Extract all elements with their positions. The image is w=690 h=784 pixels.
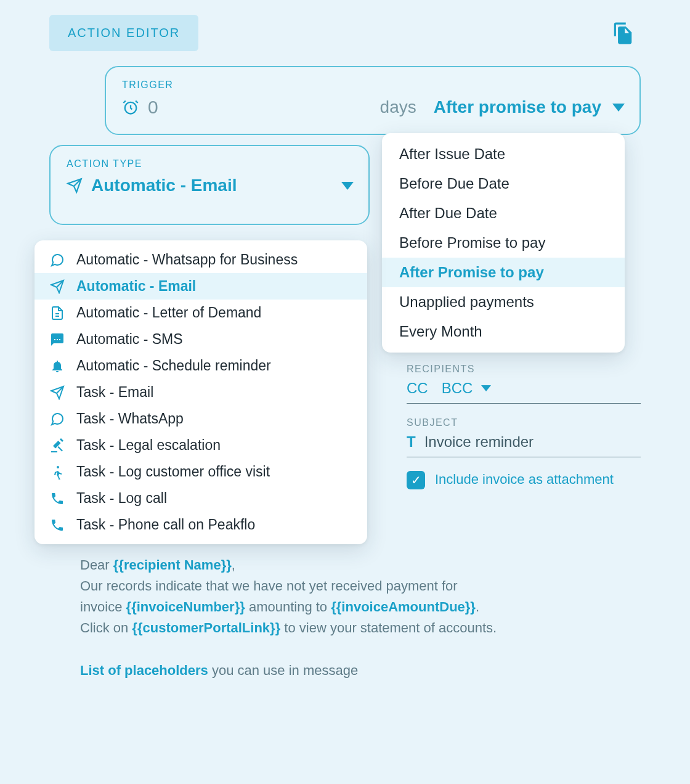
phone-icon [49,517,65,533]
action-type-option[interactable]: Task - WhatsApp [34,406,367,432]
chevron-down-icon [481,385,491,391]
action-type-label: ACTION TYPE [67,158,354,169]
bell-icon [49,358,65,374]
send-icon [49,385,65,401]
action-type-option-label: Task - Legal escalation [76,437,221,454]
trigger-option[interactable]: After Issue Date [382,139,625,169]
send-icon [49,279,65,295]
placeholders-hint: List of placeholders you can use in mess… [80,663,358,679]
bcc-label: BCC [442,380,473,397]
whatsapp-icon [49,411,65,427]
doc-icon [49,305,65,321]
trigger-option[interactable]: After Due Date [382,198,625,228]
trigger-option[interactable]: After Promise to pay [382,258,625,287]
trigger-card: TRIGGER 0 days After promise to pay [105,66,641,135]
action-type-option[interactable]: Task - Log call [34,485,367,512]
action-type-options-popover: Automatic - Whatsapp for BusinessAutomat… [34,240,367,544]
walk-icon [49,464,65,480]
action-type-option[interactable]: Task - Legal escalation [34,432,367,459]
page-title: ACTION EDITOR [49,15,198,51]
body-text: Dear [80,557,113,573]
attachment-toggle[interactable]: ✓ Include invoice as attachment [407,471,641,489]
action-type-option-label: Automatic - Whatsapp for Business [76,251,298,268]
action-type-option-label: Task - Email [76,384,153,401]
trigger-options-popover: After Issue DateBefore Due DateAfter Due… [382,133,625,353]
action-type-option[interactable]: Task - Phone call on Peakflo [34,512,367,538]
body-text: , [232,557,235,573]
placeholder-token: {{customerPortalLink}} [132,620,280,635]
trigger-label: TRIGGER [122,80,625,91]
body-text: Our records indicate that we have not ye… [80,576,628,597]
subject-field: SUBJECT T Invoice reminder [407,417,641,457]
email-body-editor[interactable]: Dear {{recipient Name}}, Our records ind… [80,555,628,639]
action-type-option-label: Automatic - Letter of Demand [76,304,261,321]
subject-input[interactable]: Invoice reminder [424,433,534,451]
checkbox-checked-icon: ✓ [407,471,425,489]
placeholder-token: {{invoiceNumber}} [126,599,245,615]
body-text: Click on [80,620,132,635]
svg-point-3 [57,466,59,468]
bcc-button[interactable]: BCC [442,380,492,397]
trigger-option[interactable]: Before Promise to pay [382,228,625,258]
sms-icon [49,332,65,348]
chevron-down-icon [612,104,625,112]
action-type-option[interactable]: Automatic - Letter of Demand [34,300,367,326]
action-type-option[interactable]: Task - Log customer office visit [34,459,367,485]
chevron-down-icon [341,182,354,190]
action-type-option-label: Task - Phone call on Peakflo [76,517,255,533]
trigger-type-dropdown[interactable]: After promise to pay [434,97,625,117]
action-type-option-label: Automatic - Schedule reminder [76,357,271,374]
body-text: amounting to [245,599,331,615]
trigger-days-suffix: days [380,97,416,117]
trigger-option[interactable]: Unapplied payments [382,287,625,317]
recipients-field: RECIPIENTS CC BCC [407,364,641,404]
body-text: invoice [80,599,126,615]
action-type-option[interactable]: Task - Email [34,379,367,406]
body-text: to view your statement of accounts. [280,620,497,635]
body-text: . [476,599,479,615]
copy-icon[interactable] [611,22,635,45]
trigger-option[interactable]: Before Due Date [382,169,625,198]
attachment-label: Include invoice as attachment [435,471,614,489]
action-type-option[interactable]: Automatic - Whatsapp for Business [34,247,367,273]
subject-label: SUBJECT [407,417,641,428]
action-type-option[interactable]: Automatic - Email [34,273,367,300]
action-type-option-label: Automatic - Email [76,278,196,295]
action-type-option-label: Task - Log call [76,490,167,507]
action-type-option[interactable]: Automatic - Schedule reminder [34,353,367,379]
trigger-type-value: After promise to pay [434,97,601,117]
action-type-option-label: Task - Log customer office visit [76,463,270,480]
gavel-icon [49,438,65,454]
whatsapp-icon [49,252,65,268]
action-type-dropdown[interactable]: Automatic - Email [67,176,354,195]
send-icon [67,178,83,194]
cc-button[interactable]: CC [407,380,428,397]
phone-icon [49,491,65,507]
alarm-icon [122,99,139,116]
recipients-label: RECIPIENTS [407,364,641,375]
text-icon: T [407,433,416,451]
action-type-option[interactable]: Automatic - SMS [34,326,367,353]
trigger-days-input[interactable]: 0 [148,97,158,118]
placeholders-link[interactable]: List of placeholders [80,663,208,678]
action-type-option-label: Task - WhatsApp [76,410,184,427]
placeholder-token: {{invoiceAmountDue}} [331,599,476,615]
action-type-value: Automatic - Email [91,176,333,195]
action-type-card: ACTION TYPE Automatic - Email [49,145,370,225]
placeholder-token: {{recipient Name}} [113,557,232,573]
trigger-option[interactable]: Every Month [382,317,625,346]
action-type-option-label: Automatic - SMS [76,331,183,348]
placeholders-suffix: you can use in message [208,663,358,678]
